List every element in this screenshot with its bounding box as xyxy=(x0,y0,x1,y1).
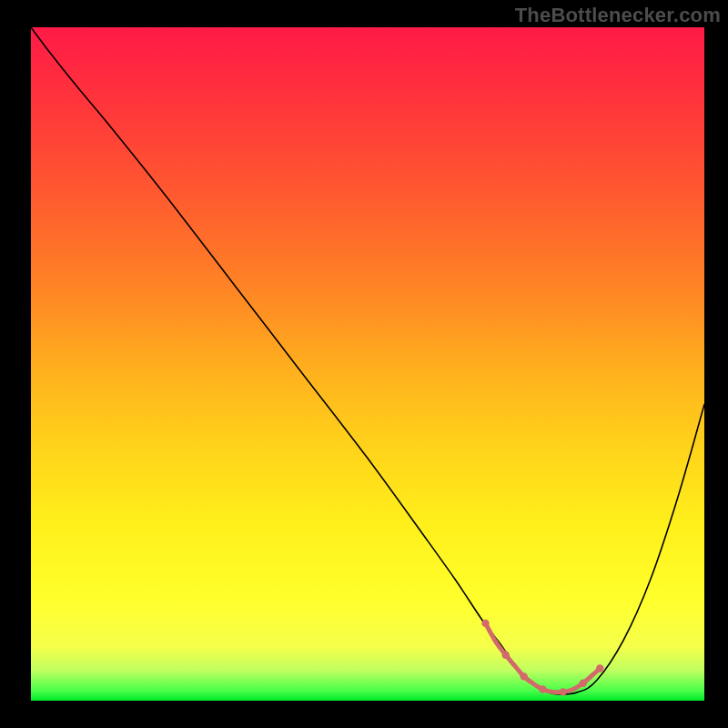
highlight-dot xyxy=(539,685,546,693)
highlight-dot xyxy=(559,688,566,695)
gradient-background xyxy=(31,27,704,701)
plot-area xyxy=(31,27,704,701)
highlight-dot xyxy=(481,620,489,627)
chart-frame: TheBottlenecker.com xyxy=(0,0,728,728)
highlight-dot xyxy=(596,664,603,672)
highlight-dot xyxy=(520,672,527,680)
highlight-dot xyxy=(580,680,587,687)
bottleneck-chart-svg xyxy=(31,27,704,701)
highlight-dot xyxy=(502,651,510,658)
watermark-text: TheBottlenecker.com xyxy=(515,4,721,27)
